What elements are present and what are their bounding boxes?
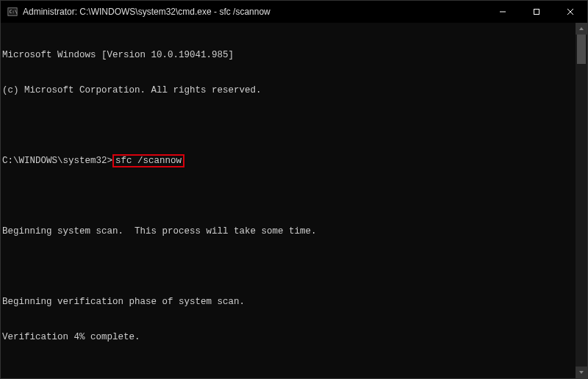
minimize-button[interactable] — [486, 1, 520, 23]
blank-line — [2, 190, 574, 202]
verify-begin-line: Beginning verification phase of system s… — [2, 296, 574, 308]
svg-text:C:\: C:\ — [10, 9, 18, 14]
copyright-line: (c) Microsoft Corporation. All rights re… — [2, 84, 574, 96]
verify-progress-line: Verification 4% complete. — [2, 331, 574, 343]
titlebar[interactable]: C:\ Administrator: C:\WINDOWS\system32\c… — [1, 1, 587, 23]
command-highlight: sfc /scannow — [112, 154, 184, 167]
scroll-thumb[interactable] — [577, 35, 586, 64]
window-controls — [486, 1, 587, 23]
scroll-track[interactable] — [576, 35, 587, 367]
scroll-up-arrow[interactable] — [576, 23, 587, 35]
cmd-window: C:\ Administrator: C:\WINDOWS\system32\c… — [0, 0, 588, 379]
close-button[interactable] — [553, 1, 587, 23]
vertical-scrollbar[interactable] — [576, 23, 587, 378]
prompt-line: C:\WINDOWS\system32>sfc /scannow — [2, 155, 574, 167]
prompt-text: C:\WINDOWS\system32> — [2, 156, 112, 166]
blank-line — [2, 120, 574, 131]
terminal-output[interactable]: Microsoft Windows [Version 10.0.19041.98… — [1, 23, 576, 378]
scroll-down-arrow[interactable] — [576, 367, 587, 378]
version-line: Microsoft Windows [Version 10.0.19041.98… — [2, 49, 574, 61]
cmd-icon: C:\ — [7, 6, 18, 18]
window-title: Administrator: C:\WINDOWS\system32\cmd.e… — [23, 7, 486, 17]
content-area: Microsoft Windows [Version 10.0.19041.98… — [1, 23, 587, 378]
scan-begin-line: Beginning system scan. This process will… — [2, 225, 574, 237]
blank-line — [2, 261, 574, 272]
svg-rect-3 — [534, 10, 539, 15]
maximize-button[interactable] — [520, 1, 553, 23]
